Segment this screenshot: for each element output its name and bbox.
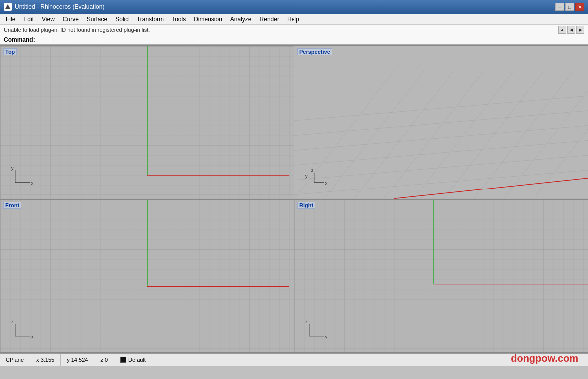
- title-bar-text: Untitled - Rhinoceros (Evaluation): [15, 3, 104, 10]
- svg-text:y: y: [325, 334, 328, 339]
- menu-edit[interactable]: Edit: [19, 14, 38, 24]
- svg-text:x: x: [31, 181, 34, 186]
- info-prev[interactable]: ◀: [567, 26, 575, 34]
- viewport-top-svg: x y: [0, 46, 294, 199]
- info-next[interactable]: ▶: [576, 26, 584, 34]
- svg-text:z: z: [311, 168, 314, 173]
- viewport-right[interactable]: Right y z: [294, 199, 588, 353]
- menu-analyze[interactable]: Analyze: [226, 14, 256, 24]
- minimize-button[interactable]: ─: [555, 3, 564, 11]
- status-layer: Default: [114, 357, 152, 363]
- command-bar: Command:: [0, 35, 588, 45]
- viewport-top[interactable]: Top x y: [0, 46, 294, 199]
- svg-text:y: y: [305, 174, 308, 179]
- maximize-button[interactable]: □: [565, 3, 574, 11]
- svg-text:z: z: [11, 319, 14, 324]
- menu-help[interactable]: Help: [283, 14, 303, 24]
- svg-text:x: x: [31, 334, 34, 339]
- info-scroll-up[interactable]: ▲: [558, 26, 566, 34]
- close-button[interactable]: ✕: [575, 3, 584, 11]
- menu-surface[interactable]: Surface: [83, 14, 111, 24]
- title-bar-right: ─ □ ✕: [555, 3, 584, 11]
- title-bar: Untitled - Rhinoceros (Evaluation) ─ □ ✕: [0, 0, 588, 14]
- status-z: z 0: [94, 354, 114, 366]
- menu-bar: File Edit View Curve Surface Solid Trans…: [0, 14, 588, 25]
- svg-marker-0: [5, 4, 10, 9]
- svg-text:y: y: [11, 166, 14, 171]
- viewport-perspective[interactable]: Perspective: [294, 46, 588, 199]
- viewport-perspective-label: Perspective: [297, 48, 332, 55]
- menu-solid[interactable]: Solid: [111, 14, 133, 24]
- viewport-top-label: Top: [3, 48, 17, 55]
- menu-file[interactable]: File: [2, 14, 19, 24]
- viewport-front[interactable]: Front x z: [0, 199, 294, 353]
- svg-rect-45: [294, 200, 588, 353]
- viewport-front-svg: x z: [0, 200, 294, 353]
- svg-text:z: z: [305, 319, 308, 324]
- menu-view[interactable]: View: [38, 14, 59, 24]
- viewport-right-label: Right: [297, 202, 315, 209]
- menu-curve[interactable]: Curve: [59, 14, 83, 24]
- menu-dimension[interactable]: Dimension: [190, 14, 226, 24]
- svg-rect-10: [294, 46, 588, 199]
- status-bar: CPlane x 3.155 y 14.524 z 0 Default: [0, 353, 588, 366]
- rhino-icon: [4, 3, 12, 11]
- viewport-container: Top x y: [0, 45, 588, 353]
- info-message: Unable to load plug-in: ID not found in …: [4, 27, 150, 33]
- status-y: y 14.524: [61, 354, 94, 366]
- menu-render[interactable]: Render: [256, 14, 283, 24]
- menu-transform[interactable]: Transform: [133, 14, 168, 24]
- title-bar-left: Untitled - Rhinoceros (Evaluation): [4, 3, 104, 11]
- info-bar: Unable to load plug-in: ID not found in …: [0, 25, 588, 35]
- status-x: x 3.155: [30, 354, 61, 366]
- viewport-right-svg: y z: [294, 200, 588, 353]
- watermark: dongpow.com: [511, 353, 578, 364]
- svg-text:x: x: [325, 181, 328, 186]
- command-label: Command:: [4, 36, 35, 43]
- layer-color-swatch: [120, 357, 126, 363]
- menu-tools[interactable]: Tools: [168, 14, 190, 24]
- viewport-perspective-svg: x y z: [294, 46, 588, 199]
- layer-name: Default: [128, 357, 146, 363]
- info-bar-right: ▲ ◀ ▶: [558, 26, 584, 34]
- status-cplane: CPlane: [0, 354, 30, 366]
- viewport-front-label: Front: [3, 202, 21, 209]
